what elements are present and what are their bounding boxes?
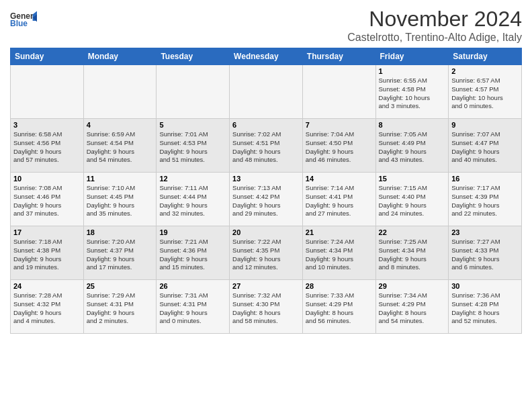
day-cell: 17Sunrise: 7:18 AM Sunset: 4:38 PM Dayli…	[11, 226, 84, 280]
day-info: Sunrise: 7:21 AM Sunset: 4:36 PM Dayligh…	[159, 238, 226, 272]
day-info: Sunrise: 7:28 AM Sunset: 4:32 PM Dayligh…	[13, 291, 81, 326]
day-number: 23	[451, 228, 519, 236]
title-area: November 2024 Castelrotto, Trentino-Alto…	[347, 7, 522, 44]
day-info: Sunrise: 6:55 AM Sunset: 4:58 PM Dayligh…	[379, 77, 446, 111]
day-info: Sunrise: 6:59 AM Sunset: 4:54 PM Dayligh…	[87, 130, 154, 165]
month-title: November 2024	[347, 7, 522, 32]
weekday-header-saturday: Saturday	[449, 48, 522, 65]
day-cell: 10Sunrise: 7:08 AM Sunset: 4:46 PM Dayli…	[11, 173, 84, 226]
day-number: 5	[159, 121, 226, 129]
day-cell: 5Sunrise: 7:01 AM Sunset: 4:53 PM Daylig…	[157, 119, 230, 173]
day-info: Sunrise: 7:13 AM Sunset: 4:42 PM Dayligh…	[232, 184, 300, 218]
day-info: Sunrise: 7:07 AM Sunset: 4:47 PM Dayligh…	[451, 130, 519, 165]
weekday-header-thursday: Thursday	[302, 48, 375, 65]
day-info: Sunrise: 7:10 AM Sunset: 4:45 PM Dayligh…	[87, 184, 154, 218]
weekday-header-monday: Monday	[83, 48, 157, 65]
day-number: 3	[13, 121, 81, 129]
weekday-header-wednesday: Wednesday	[230, 48, 303, 65]
day-number: 18	[87, 228, 154, 236]
day-number: 17	[13, 228, 81, 236]
day-cell: 2Sunrise: 6:57 AM Sunset: 4:57 PM Daylig…	[449, 65, 522, 119]
day-number: 4	[87, 121, 154, 129]
day-number: 15	[379, 175, 446, 183]
day-number: 20	[232, 228, 300, 236]
day-info: Sunrise: 7:24 AM Sunset: 4:34 PM Dayligh…	[306, 238, 373, 272]
day-info: Sunrise: 7:36 AM Sunset: 4:28 PM Dayligh…	[451, 291, 519, 326]
day-number: 25	[87, 282, 154, 290]
week-row-5: 24Sunrise: 7:28 AM Sunset: 4:32 PM Dayli…	[11, 280, 522, 334]
day-number: 19	[159, 228, 226, 236]
day-cell	[302, 65, 375, 119]
day-info: Sunrise: 6:57 AM Sunset: 4:57 PM Dayligh…	[451, 77, 519, 111]
weekday-header-sunday: Sunday	[11, 48, 84, 65]
day-info: Sunrise: 7:17 AM Sunset: 4:39 PM Dayligh…	[451, 184, 519, 218]
day-info: Sunrise: 7:02 AM Sunset: 4:51 PM Dayligh…	[232, 130, 300, 165]
day-cell: 15Sunrise: 7:15 AM Sunset: 4:40 PM Dayli…	[375, 173, 449, 226]
logo: General Blue	[10, 9, 37, 30]
day-info: Sunrise: 7:20 AM Sunset: 4:37 PM Dayligh…	[87, 238, 154, 272]
day-cell: 11Sunrise: 7:10 AM Sunset: 4:45 PM Dayli…	[83, 173, 157, 226]
day-cell: 21Sunrise: 7:24 AM Sunset: 4:34 PM Dayli…	[302, 226, 375, 280]
day-info: Sunrise: 7:25 AM Sunset: 4:34 PM Dayligh…	[379, 238, 446, 272]
day-cell: 27Sunrise: 7:32 AM Sunset: 4:30 PM Dayli…	[230, 280, 303, 334]
day-info: Sunrise: 7:15 AM Sunset: 4:40 PM Dayligh…	[379, 184, 446, 218]
week-row-1: 1Sunrise: 6:55 AM Sunset: 4:58 PM Daylig…	[11, 65, 522, 119]
day-cell	[83, 65, 157, 119]
day-cell: 9Sunrise: 7:07 AM Sunset: 4:47 PM Daylig…	[449, 119, 522, 173]
day-info: Sunrise: 7:18 AM Sunset: 4:38 PM Dayligh…	[13, 238, 81, 272]
calendar: SundayMondayTuesdayWednesdayThursdayFrid…	[10, 48, 522, 334]
day-cell: 8Sunrise: 7:05 AM Sunset: 4:49 PM Daylig…	[375, 119, 449, 173]
day-info: Sunrise: 7:01 AM Sunset: 4:53 PM Dayligh…	[159, 130, 226, 165]
day-info: Sunrise: 7:08 AM Sunset: 4:46 PM Dayligh…	[13, 184, 81, 218]
day-info: Sunrise: 7:04 AM Sunset: 4:50 PM Dayligh…	[306, 130, 373, 165]
location-title: Castelrotto, Trentino-Alto Adige, Italy	[347, 32, 522, 44]
day-info: Sunrise: 7:34 AM Sunset: 4:29 PM Dayligh…	[379, 291, 446, 326]
day-info: Sunrise: 7:29 AM Sunset: 4:31 PM Dayligh…	[87, 291, 154, 326]
day-cell: 1Sunrise: 6:55 AM Sunset: 4:58 PM Daylig…	[375, 65, 449, 119]
day-number: 26	[159, 282, 226, 290]
day-cell: 14Sunrise: 7:14 AM Sunset: 4:41 PM Dayli…	[302, 173, 375, 226]
day-cell	[157, 65, 230, 119]
svg-text:Blue: Blue	[10, 19, 28, 28]
day-info: Sunrise: 7:33 AM Sunset: 4:29 PM Dayligh…	[306, 291, 373, 326]
day-cell: 12Sunrise: 7:11 AM Sunset: 4:44 PM Dayli…	[157, 173, 230, 226]
day-info: Sunrise: 7:11 AM Sunset: 4:44 PM Dayligh…	[159, 184, 226, 218]
day-cell: 19Sunrise: 7:21 AM Sunset: 4:36 PM Dayli…	[157, 226, 230, 280]
day-cell: 26Sunrise: 7:31 AM Sunset: 4:31 PM Dayli…	[157, 280, 230, 334]
week-row-4: 17Sunrise: 7:18 AM Sunset: 4:38 PM Dayli…	[11, 226, 522, 280]
weekday-header-row: SundayMondayTuesdayWednesdayThursdayFrid…	[11, 48, 522, 65]
day-number: 14	[306, 175, 373, 183]
day-number: 1	[379, 67, 446, 75]
day-number: 24	[13, 282, 81, 290]
week-row-3: 10Sunrise: 7:08 AM Sunset: 4:46 PM Dayli…	[11, 173, 522, 226]
day-number: 8	[379, 121, 446, 129]
day-number: 13	[232, 175, 300, 183]
day-info: Sunrise: 7:32 AM Sunset: 4:30 PM Dayligh…	[232, 291, 300, 326]
day-number: 22	[379, 228, 446, 236]
day-info: Sunrise: 7:14 AM Sunset: 4:41 PM Dayligh…	[306, 184, 373, 218]
day-number: 7	[306, 121, 373, 129]
logo-icon: General Blue	[10, 9, 37, 30]
header: General Blue November 2024 Castelrotto, …	[10, 7, 522, 44]
day-info: Sunrise: 7:22 AM Sunset: 4:35 PM Dayligh…	[232, 238, 300, 272]
day-cell: 22Sunrise: 7:25 AM Sunset: 4:34 PM Dayli…	[375, 226, 449, 280]
day-number: 12	[159, 175, 226, 183]
day-number: 16	[451, 175, 519, 183]
day-number: 27	[232, 282, 300, 290]
calendar-body: 1Sunrise: 6:55 AM Sunset: 4:58 PM Daylig…	[11, 65, 522, 334]
day-number: 6	[232, 121, 300, 129]
day-cell: 4Sunrise: 6:59 AM Sunset: 4:54 PM Daylig…	[83, 119, 157, 173]
week-row-2: 3Sunrise: 6:58 AM Sunset: 4:56 PM Daylig…	[11, 119, 522, 173]
day-number: 2	[451, 67, 519, 75]
day-cell: 23Sunrise: 7:27 AM Sunset: 4:33 PM Dayli…	[449, 226, 522, 280]
day-cell: 6Sunrise: 7:02 AM Sunset: 4:51 PM Daylig…	[230, 119, 303, 173]
day-number: 10	[13, 175, 81, 183]
day-cell: 20Sunrise: 7:22 AM Sunset: 4:35 PM Dayli…	[230, 226, 303, 280]
day-number: 28	[306, 282, 373, 290]
day-cell: 24Sunrise: 7:28 AM Sunset: 4:32 PM Dayli…	[11, 280, 84, 334]
day-cell: 29Sunrise: 7:34 AM Sunset: 4:29 PM Dayli…	[375, 280, 449, 334]
day-info: Sunrise: 7:27 AM Sunset: 4:33 PM Dayligh…	[451, 238, 519, 272]
day-number: 29	[379, 282, 446, 290]
day-number: 11	[87, 175, 154, 183]
day-cell: 13Sunrise: 7:13 AM Sunset: 4:42 PM Dayli…	[230, 173, 303, 226]
